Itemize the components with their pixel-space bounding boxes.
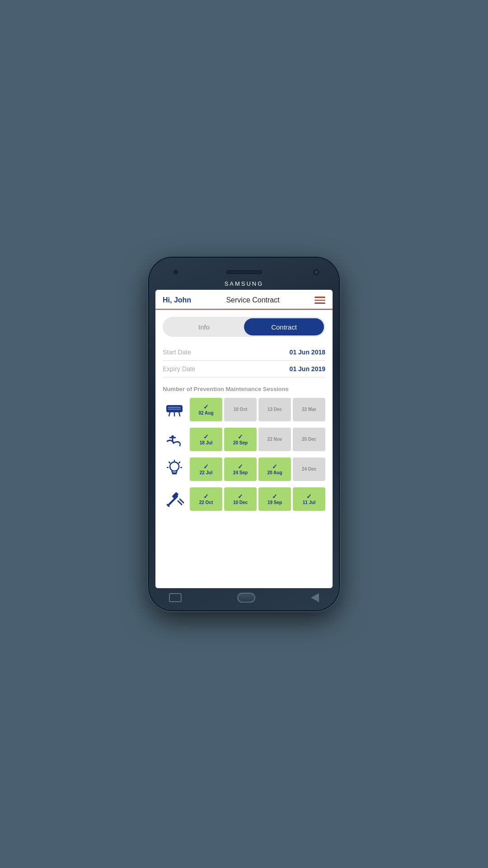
home-button[interactable] (237, 593, 255, 603)
toggle-container: Info Contract (155, 310, 333, 337)
session-cell-ac-0[interactable]: ✓ 02 Aug (190, 398, 222, 421)
check-mark: ✓ (306, 493, 312, 500)
phone-camera-left (174, 270, 178, 274)
session-date: 11 Jul (303, 500, 315, 505)
toggle-contract-button[interactable]: Contract (244, 318, 324, 335)
check-mark: ✓ (272, 493, 277, 500)
hamburger-line-3 (314, 302, 325, 304)
session-cell-repair-2[interactable]: ✓ 19 Sep (258, 487, 291, 511)
header-title: Service Contract (226, 296, 279, 304)
check-mark: ✓ (203, 463, 209, 470)
service-row-repair: ✓ 22 Oct✓ 10 Dec✓ 19 Sep✓ 11 Jul (163, 487, 325, 511)
svg-point-7 (170, 462, 179, 471)
expiry-date-row: Expiry Date 01 Jun 2019 (163, 361, 325, 377)
svg-rect-2 (168, 409, 181, 410)
header-top: Hi, John Service Contract (163, 296, 325, 304)
session-cell-electrical-3[interactable]: 24 Dec (293, 458, 325, 481)
ac-icon (163, 398, 186, 421)
tap-icon (163, 428, 186, 451)
service-row-plumbing: ✓ 18 Jul✓ 20 Sep22 Nov25 Dec (163, 428, 325, 451)
session-cell-repair-3[interactable]: ✓ 11 Jul (293, 487, 325, 511)
session-date: 25 Dec (302, 437, 316, 442)
svg-line-15 (178, 501, 182, 505)
session-cell-ac-3[interactable]: 22 Mar (293, 398, 325, 421)
check-mark: ✓ (238, 434, 243, 440)
expiry-date-label: Expiry Date (163, 365, 195, 373)
start-date-label: Start Date (163, 349, 191, 356)
maintenance-title: Number of Prevention Maintenance Session… (163, 386, 325, 392)
svg-line-16 (180, 499, 183, 503)
session-date: 10 Dec (233, 500, 248, 505)
phone-bottom (155, 588, 333, 603)
session-date: 22 Mar (302, 407, 316, 412)
service-rows: ✓ 02 Aug10 Oct13 Dec22 Mar ✓ 18 Jul✓ 20 … (163, 398, 325, 511)
toggle-info-button[interactable]: Info (164, 318, 244, 335)
check-mark: ✓ (238, 463, 243, 470)
start-date-value: 01 Jun 2018 (290, 349, 325, 356)
session-cell-electrical-0[interactable]: ✓ 22 Jul (190, 458, 222, 481)
check-mark: ✓ (272, 463, 277, 470)
session-grid-repair: ✓ 22 Oct✓ 10 Dec✓ 19 Sep✓ 11 Jul (190, 487, 325, 511)
session-date: 19 Sep (267, 500, 282, 505)
svg-line-3 (169, 412, 170, 416)
session-date: 22 Jul (200, 471, 212, 475)
check-mark: ✓ (203, 404, 209, 410)
svg-line-5 (179, 412, 180, 416)
session-date: 20 Aug (267, 471, 282, 475)
session-grid-electrical: ✓ 22 Jul✓ 24 Sep✓ 20 Aug24 Dec (190, 458, 325, 481)
session-date: 02 Aug (199, 411, 214, 415)
session-grid-ac: ✓ 02 Aug10 Oct13 Dec22 Mar (190, 398, 325, 421)
toggle-bar: Info Contract (163, 317, 325, 337)
session-grid-plumbing: ✓ 18 Jul✓ 20 Sep22 Nov25 Dec (190, 428, 325, 451)
svg-line-10 (179, 462, 180, 463)
session-cell-electrical-1[interactable]: ✓ 24 Sep (224, 458, 257, 481)
session-date: 18 Jul (200, 441, 212, 445)
phone-camera-right (314, 269, 319, 275)
session-cell-ac-2[interactable]: 13 Dec (258, 398, 291, 421)
svg-point-6 (171, 435, 174, 438)
phone-screen: Hi, John Service Contract Info Contract (155, 290, 333, 588)
session-date: 20 Sep (233, 441, 248, 445)
bulb-icon (163, 458, 186, 481)
session-cell-electrical-2[interactable]: ✓ 20 Aug (258, 458, 291, 481)
recent-apps-button[interactable] (169, 593, 182, 602)
svg-line-12 (169, 462, 170, 463)
content-area: Start Date 01 Jun 2018 Expiry Date 01 Ju… (155, 337, 333, 588)
phone-top-bar (155, 266, 333, 278)
session-cell-plumbing-3[interactable]: 25 Dec (293, 428, 325, 451)
service-row-electrical: ✓ 22 Jul✓ 24 Sep✓ 20 Aug24 Dec (163, 458, 325, 481)
session-cell-plumbing-2[interactable]: 22 Nov (258, 428, 291, 451)
brand-label: SAMSUNG (155, 280, 333, 287)
session-cell-ac-1[interactable]: 10 Oct (224, 398, 257, 421)
session-date: 24 Dec (302, 467, 316, 472)
date-section: Start Date 01 Jun 2018 Expiry Date 01 Ju… (163, 337, 325, 377)
session-date: 13 Dec (267, 407, 282, 412)
hamburger-menu-button[interactable] (314, 297, 325, 304)
svg-rect-14 (172, 492, 179, 499)
phone-speaker (226, 270, 262, 274)
hamburger-line-2 (314, 300, 325, 301)
session-date: 22 Nov (267, 437, 282, 442)
session-cell-repair-1[interactable]: ✓ 10 Dec (224, 487, 257, 511)
session-cell-repair-0[interactable]: ✓ 22 Oct (190, 487, 222, 511)
phone-device: SAMSUNG Hi, John Service Contract Info C… (149, 258, 339, 610)
check-mark: ✓ (203, 434, 209, 440)
check-mark: ✓ (238, 493, 243, 500)
start-date-row: Start Date 01 Jun 2018 (163, 344, 325, 361)
session-cell-plumbing-0[interactable]: ✓ 18 Jul (190, 428, 222, 451)
app-header: Hi, John Service Contract (155, 290, 333, 310)
session-date: 10 Oct (234, 407, 248, 412)
back-button[interactable] (311, 593, 319, 602)
service-row-ac: ✓ 02 Aug10 Oct13 Dec22 Mar (163, 398, 325, 421)
session-cell-plumbing-1[interactable]: ✓ 20 Sep (224, 428, 257, 451)
expiry-date-value: 01 Jun 2019 (290, 365, 325, 373)
hamburger-line-1 (314, 297, 325, 298)
header-greeting: Hi, John (163, 296, 191, 304)
svg-rect-1 (168, 407, 181, 408)
check-mark: ✓ (203, 493, 209, 500)
session-date: 24 Sep (233, 471, 248, 475)
session-date: 22 Oct (199, 500, 213, 505)
tools-icon (163, 487, 186, 511)
